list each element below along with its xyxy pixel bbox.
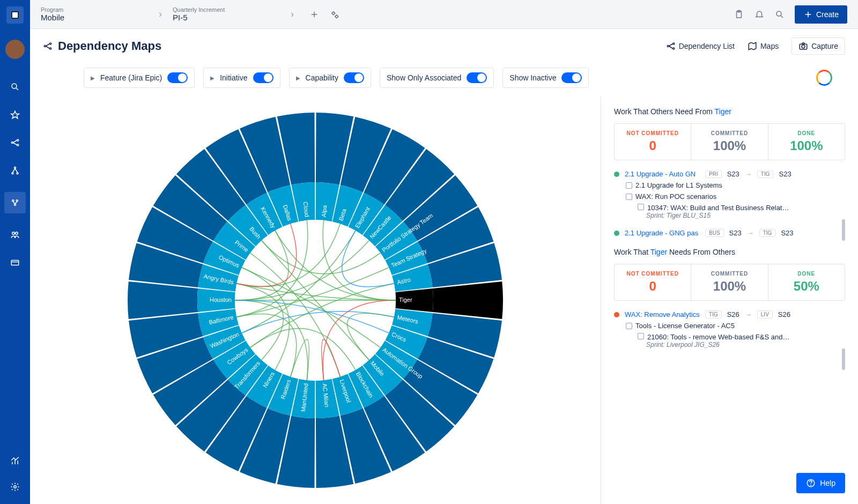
toggle-show-inactive[interactable] (561, 72, 582, 83)
user-avatar[interactable] (5, 40, 25, 59)
svg-point-10 (12, 173, 13, 174)
details-panel: Work That Others Need From Tiger NOT COM… (601, 97, 858, 504)
filter-initiative[interactable]: ▶Initiative (203, 68, 280, 88)
create-button[interactable]: Create (795, 5, 847, 24)
work-item: 2.1 Upgrade - Auto GN PRI S23 → TIG S232… (614, 170, 845, 219)
stats-row-2: NOT COMMITTED0 COMMITTED100% DONE50% (614, 264, 845, 301)
sprint-label: S23 (779, 170, 791, 178)
filter-capability[interactable]: ▶Capability (289, 68, 371, 88)
dependency-map-icon (43, 41, 53, 51)
checkbox-icon (626, 182, 632, 189)
team-link[interactable]: Tiger (650, 248, 667, 256)
svg-line-17 (13, 202, 15, 204)
svg-point-19 (12, 232, 15, 235)
app-logo[interactable] (6, 6, 24, 24)
arrow-right-icon: → (747, 229, 754, 237)
toggle-feature[interactable] (167, 72, 188, 83)
stat-label: DONE (773, 130, 840, 136)
work-item-link[interactable]: WAX: Remove Analytics (625, 310, 700, 318)
sub-item[interactable]: WAX: Run POC scenarios (626, 192, 845, 201)
svg-line-46 (669, 46, 673, 49)
settings-icon[interactable] (9, 480, 21, 493)
stat-value: 0 (619, 138, 686, 153)
svg-line-13 (15, 168, 18, 173)
maps-link[interactable]: Maps (748, 41, 779, 51)
dependency-map-icon[interactable] (4, 192, 26, 213)
panel-heading-2: Work That Tiger Needs From Others (614, 248, 845, 256)
network-icon (666, 41, 676, 51)
capture-button[interactable]: Capture (792, 38, 845, 55)
sub-sub-item[interactable]: 21060: Tools - remove Web-based F&S and… (638, 333, 845, 341)
add-icon[interactable] (309, 9, 320, 20)
stat-value: 100% (773, 138, 840, 153)
checkbox-icon (638, 204, 644, 210)
gears-icon[interactable] (329, 9, 340, 20)
breadcrumb-qi-label: Quarterly Increment (173, 6, 280, 13)
svg-point-42 (667, 46, 669, 47)
status-dot (614, 312, 619, 317)
breadcrumb-bar: Program Mobile › Quarterly Increment PI-… (30, 0, 858, 29)
star-icon[interactable] (9, 108, 21, 121)
status-dot (614, 231, 619, 236)
svg-line-34 (781, 16, 783, 18)
people-icon[interactable] (9, 228, 21, 241)
breadcrumb-program-value: Mobile (41, 13, 148, 22)
sub-item[interactable]: Tools - License Generator - AC5 (626, 322, 845, 330)
stat-label: COMMITTED (696, 130, 763, 136)
scrollbar-thumb[interactable] (842, 349, 845, 370)
breadcrumb-quarterly-increment[interactable]: Quarterly Increment PI-5 (173, 6, 280, 22)
segment-label[interactable]: Houston (210, 297, 232, 303)
clipboard-icon[interactable] (734, 9, 744, 20)
filter-show-inactive[interactable]: Show Inactive (502, 68, 589, 88)
toggle-capability[interactable] (344, 72, 364, 83)
team-link[interactable]: Tiger (715, 107, 731, 116)
board-icon[interactable] (9, 256, 21, 269)
svg-line-2 (16, 88, 18, 90)
search-icon[interactable] (9, 80, 21, 93)
sprint-info: Sprint: Tiger BLU_S15 (646, 212, 845, 219)
sub-item[interactable]: 2.1 Upgrade for L1 Systems (626, 181, 845, 189)
chevron-right-icon: ▶ (210, 75, 214, 81)
team-tag: TIG (759, 229, 776, 237)
segment-label[interactable]: Alpa (320, 204, 328, 217)
stat-label: NOT COMMITTED (619, 130, 686, 136)
toggle-initiative[interactable] (253, 72, 273, 83)
filter-feature[interactable]: ▶Feature (Jira Epic) (84, 68, 195, 88)
left-navigation-rail (0, 0, 30, 504)
svg-point-33 (776, 11, 781, 16)
sub-sub-item[interactable]: 10347: WAX: Build and Test Business Rela… (638, 204, 845, 212)
reports-icon[interactable] (9, 455, 21, 468)
sprint-info: Sprint: Liverpool JIG_S26 (646, 341, 845, 349)
plus-icon (803, 10, 813, 19)
color-wheel-button[interactable] (816, 70, 832, 86)
panel-heading-1: Work That Others Need From Tiger (614, 107, 845, 116)
filter-show-associated[interactable]: Show Only Associated (380, 68, 494, 88)
search-icon[interactable] (774, 9, 785, 20)
status-dot (614, 172, 619, 177)
team-tag: BUS (705, 229, 724, 237)
svg-point-4 (11, 142, 13, 144)
svg-point-39 (50, 48, 51, 49)
svg-point-20 (16, 232, 18, 235)
svg-line-7 (13, 140, 17, 143)
svg-point-9 (14, 167, 16, 168)
work-item-link[interactable]: 2.1 Upgrade - Auto GN (625, 170, 700, 178)
stat-value: 100% (696, 138, 763, 153)
filters-row: ▶Feature (Jira Epic) ▶Initiative ▶Capabi… (30, 63, 858, 97)
dependency-list-link[interactable]: Dependency List (666, 41, 735, 51)
segment-label[interactable]: Tiger (399, 297, 412, 303)
toggle-show-associated[interactable] (467, 72, 487, 83)
work-item-link[interactable]: 2.1 Upgrade - GNG pas (625, 229, 700, 237)
hierarchy-icon[interactable] (9, 164, 21, 177)
svg-line-45 (669, 44, 673, 47)
svg-point-1 (12, 84, 17, 88)
stat-label: DONE (773, 271, 840, 277)
bell-icon[interactable] (754, 9, 765, 20)
help-button[interactable]: Help (796, 473, 845, 493)
network-icon[interactable] (9, 136, 21, 149)
chevron-right-icon: › (291, 9, 294, 20)
svg-point-51 (811, 485, 811, 485)
chord-diagram[interactable]: AlpaBetaElephantNewCastlePortfolio Strat… (122, 107, 508, 493)
arrow-right-icon: → (745, 170, 752, 178)
breadcrumb-program[interactable]: Program Mobile (41, 6, 148, 22)
